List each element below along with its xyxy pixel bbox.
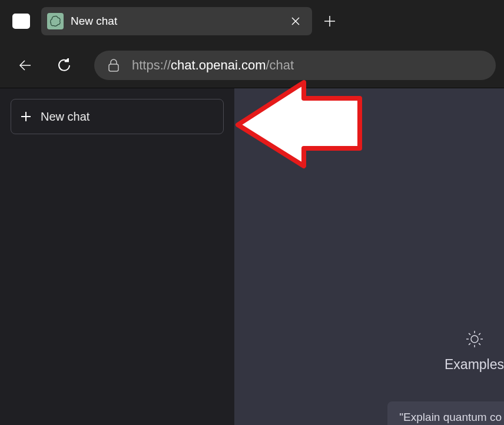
content-area: New chat Examples "Explain quantum co [0,88,504,425]
openai-favicon [47,13,64,29]
new-chat-label: New chat [41,110,89,124]
tab-title: New chat [71,15,280,28]
example-card[interactable]: "Explain quantum co [387,401,504,425]
close-icon [291,16,300,26]
svg-line-13 [469,333,470,335]
openai-swirl-icon [49,15,61,27]
svg-line-16 [479,333,480,335]
window-icon [12,14,30,29]
tab-close-button[interactable] [287,13,304,29]
url-text: https://chat.openai.com/chat [132,58,294,73]
address-bar-row: https://chat.openai.com/chat [0,42,504,88]
sun-icon [465,330,484,348]
new-chat-button[interactable]: New chat [11,99,224,134]
svg-point-8 [471,336,478,343]
back-button[interactable] [8,51,42,80]
main-content: Examples "Explain quantum co [234,88,504,425]
browser-tab[interactable]: New chat [41,7,312,35]
refresh-button[interactable] [47,51,81,80]
tab-sidebar-button[interactable] [5,7,38,35]
refresh-icon [56,57,72,74]
examples-section: Examples [445,330,504,373]
address-bar[interactable]: https://chat.openai.com/chat [94,51,496,80]
lock-icon [107,58,120,72]
new-tab-button[interactable] [316,7,344,35]
browser-tab-bar: New chat [0,0,504,42]
sidebar: New chat [0,88,234,425]
plus-icon [323,15,336,28]
svg-line-14 [479,343,480,345]
back-arrow-icon [18,58,33,73]
svg-rect-5 [109,64,118,71]
plus-icon [21,111,31,122]
examples-heading: Examples [445,357,504,373]
svg-line-15 [469,343,470,345]
